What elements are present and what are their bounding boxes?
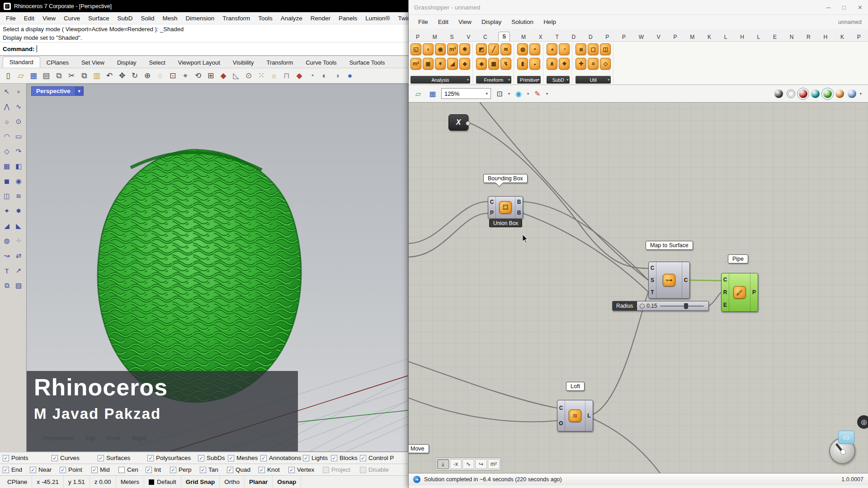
palette-icon-freeform-4[interactable]: ≋: [500, 43, 511, 55]
gh-category-tab-12[interactable]: P: [620, 33, 627, 41]
palette-icon-freeform-3[interactable]: ▦: [488, 58, 499, 70]
menu-item-subd[interactable]: SubD: [113, 14, 137, 23]
drafting-icon[interactable]: ◺: [230, 70, 242, 82]
checkbox-perp[interactable]: ✓Perp: [170, 466, 198, 473]
four-viewports-icon[interactable]: ⊞: [205, 70, 217, 82]
toolbar-tab-curve-tools[interactable]: Curve Tools: [299, 57, 343, 68]
zoom-level-select[interactable]: 125% ▾: [441, 88, 491, 99]
gh-category-tab-21[interactable]: E: [771, 33, 778, 41]
polygon-icon[interactable]: ◇: [1, 146, 12, 157]
maximize-icon[interactable]: □: [842, 4, 846, 11]
gh-category-tab-15[interactable]: P: [672, 33, 679, 41]
palette-icon-analysis-5[interactable]: ✶: [435, 58, 446, 70]
blend-icon[interactable]: ◍: [1, 235, 12, 246]
menu-item-mesh[interactable]: Mesh: [158, 14, 181, 23]
circle-icon[interactable]: ○: [1, 116, 12, 127]
map-to-surface-component[interactable]: CST⊶C: [648, 262, 690, 299]
menu-item-view[interactable]: View: [38, 14, 60, 23]
gh-category-tab-0[interactable]: P: [414, 33, 421, 41]
palette-icon-util-5[interactable]: ◇: [600, 58, 611, 70]
zoom-window-icon[interactable]: ◌: [154, 70, 166, 82]
pipe-component[interactable]: CRE🖉P: [721, 273, 758, 312]
gh-category-tab-7[interactable]: X: [537, 33, 544, 41]
checkbox-blocks[interactable]: ✓Blocks: [331, 455, 360, 461]
palette-icon-util-0[interactable]: ⧈: [576, 43, 586, 55]
palette-icon-util-1[interactable]: ✚: [576, 58, 586, 70]
text-icon[interactable]: T: [1, 265, 12, 276]
palette-icon-analysis-0[interactable]: ◱: [410, 43, 421, 55]
chevron-down-icon[interactable]: ▾: [860, 92, 862, 96]
gh-menu-view[interactable]: View: [453, 17, 476, 27]
palette-group-label-primitive[interactable]: Primitive▾: [517, 76, 541, 84]
input-port-O[interactable]: O: [557, 420, 565, 427]
input-port-R[interactable]: R: [722, 289, 729, 296]
checkbox-cen[interactable]: Cen: [118, 466, 144, 473]
palette-icon-analysis-4[interactable]: ◉: [435, 43, 446, 55]
fillet-icon[interactable]: ◢: [1, 221, 12, 231]
chevron-down-icon[interactable]: ▾: [527, 92, 529, 96]
checkbox-annotations[interactable]: ✓Annotations: [260, 455, 303, 461]
palette-icon-freeform-5[interactable]: ↯: [500, 58, 511, 70]
output-port-P[interactable]: P: [750, 289, 758, 296]
leader-icon[interactable]: ↗: [13, 265, 24, 276]
gh-menu-file[interactable]: File: [413, 17, 433, 27]
checkbox-surfaces[interactable]: ✓Surfaces: [98, 455, 147, 461]
open-document-icon[interactable]: ▱: [412, 88, 424, 99]
ghosted-mode-icon[interactable]: ◐: [319, 70, 330, 82]
input-port-C[interactable]: C: [649, 265, 656, 271]
output-port-C[interactable]: C: [682, 277, 689, 283]
palette-group-label-subd[interactable]: SubD▾: [547, 76, 570, 84]
widget-expression-icon[interactable]: -x: [450, 459, 462, 469]
cplane-icon[interactable]: ⊙: [243, 70, 255, 82]
input-port-T[interactable]: T: [649, 289, 656, 296]
pan-icon[interactable]: ✥: [116, 70, 128, 82]
toolbar-tab-cplanes[interactable]: CPlanes: [40, 57, 75, 68]
bounding-box-component[interactable]: CP⚃BB: [488, 196, 523, 219]
gh-category-tab-5[interactable]: S: [498, 32, 510, 41]
palette-icon-subd-2[interactable]: ◔: [559, 43, 570, 55]
gh-category-tab-20[interactable]: L: [755, 33, 762, 41]
select-pointer-icon[interactable]: ↖: [1, 86, 12, 97]
preview-shaded-icon[interactable]: [799, 89, 807, 98]
gh-category-tab-22[interactable]: N: [788, 33, 796, 41]
widget-area-icon[interactable]: m²: [488, 459, 500, 469]
viewport-tab-right[interactable]: Right: [132, 435, 146, 441]
zoom-extents-icon[interactable]: ⊡: [167, 70, 179, 82]
palette-icon-analysis-6[interactable]: m³: [447, 43, 458, 55]
open-file-icon[interactable]: ▱: [15, 70, 27, 82]
save-document-icon[interactable]: ▦: [427, 88, 439, 99]
checkbox-disable[interactable]: Disable: [360, 466, 396, 473]
output-port-L[interactable]: L: [585, 413, 593, 419]
paint-canvas-icon[interactable]: ✎: [532, 88, 543, 99]
array-icon[interactable]: ⁘: [13, 235, 24, 246]
gh-category-tab-4[interactable]: C: [481, 33, 489, 41]
polyline-icon[interactable]: ⋀: [1, 101, 12, 112]
menu-item-panels[interactable]: Panels: [335, 14, 361, 23]
shaded-mode-icon[interactable]: ◆: [293, 70, 305, 82]
toolbar-tab-surface-tools[interactable]: Surface Tools: [343, 57, 392, 68]
radius-slider[interactable]: Radius 0.15: [612, 301, 709, 311]
zoom-extents-icon[interactable]: ⊡: [494, 88, 505, 99]
viewport-tab-top[interactable]: Top: [85, 435, 95, 441]
paste-icon[interactable]: ▥: [91, 70, 103, 82]
palette-icon-freeform-0[interactable]: ◩: [476, 43, 487, 55]
menu-item-curve[interactable]: Curve: [60, 14, 84, 23]
rendered-mode-icon[interactable]: ◔: [306, 70, 318, 82]
toolbar-tab-set-view[interactable]: Set View: [75, 57, 111, 68]
x-parameter-component[interactable]: X: [448, 114, 468, 131]
gh-menu-solution[interactable]: Solution: [506, 17, 538, 27]
gh-category-tab-24[interactable]: H: [822, 33, 830, 41]
checkbox-control-p[interactable]: ✓Control P: [360, 455, 401, 461]
block-icon[interactable]: ⧉: [1, 280, 12, 291]
lamp-icon[interactable]: ☼: [268, 70, 280, 82]
checkbox-curves[interactable]: ✓Curves: [52, 455, 98, 461]
menu-item-transform[interactable]: Transform: [218, 14, 254, 23]
palette-icon-primitive-2[interactable]: ◓: [529, 43, 540, 55]
output-port-B[interactable]: B: [515, 199, 523, 205]
lock-icon[interactable]: ⊓: [281, 70, 292, 82]
checkbox-subds[interactable]: ✓SubDs: [198, 455, 228, 461]
chamfer-icon[interactable]: ◣: [13, 221, 24, 231]
copy-icon[interactable]: ⧉: [78, 70, 90, 82]
checkbox-project[interactable]: Project: [323, 466, 358, 473]
menu-item-twinmotion20[interactable]: Twinmotion 20: [394, 14, 408, 23]
